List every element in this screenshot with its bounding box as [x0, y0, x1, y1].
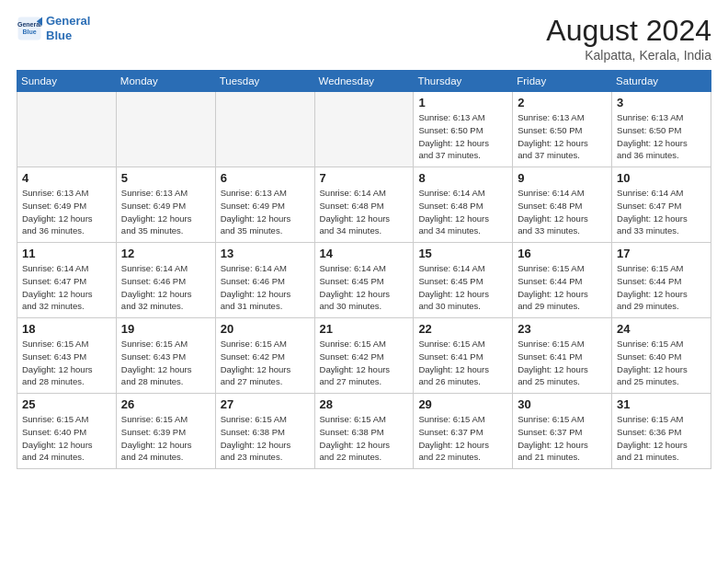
day-number: 4 — [22, 171, 111, 185]
day-cell: 31Sunrise: 6:15 AM Sunset: 6:36 PM Dayli… — [612, 394, 711, 469]
day-number: 24 — [617, 322, 706, 336]
day-cell: 12Sunrise: 6:14 AM Sunset: 6:46 PM Dayli… — [116, 243, 215, 318]
week-row-3: 11Sunrise: 6:14 AM Sunset: 6:47 PM Dayli… — [17, 243, 711, 318]
day-info: Sunrise: 6:15 AM Sunset: 6:38 PM Dayligh… — [221, 413, 310, 464]
day-number: 13 — [221, 247, 310, 260]
day-info: Sunrise: 6:14 AM Sunset: 6:48 PM Dayligh… — [518, 187, 607, 237]
weekday-tuesday: Tuesday — [215, 71, 314, 92]
day-number: 29 — [418, 397, 507, 411]
day-number: 8 — [418, 171, 507, 185]
day-cell: 27Sunrise: 6:15 AM Sunset: 6:38 PM Dayli… — [215, 394, 314, 469]
day-cell: 8Sunrise: 6:14 AM Sunset: 6:48 PM Daylig… — [414, 167, 513, 243]
day-number: 22 — [418, 322, 507, 336]
day-cell: 29Sunrise: 6:15 AM Sunset: 6:37 PM Dayli… — [414, 394, 513, 469]
day-cell: 4Sunrise: 6:13 AM Sunset: 6:49 PM Daylig… — [17, 167, 117, 243]
svg-text:Blue: Blue — [22, 29, 36, 35]
day-info: Sunrise: 6:15 AM Sunset: 6:44 PM Dayligh… — [518, 262, 607, 313]
svg-text:General: General — [17, 21, 41, 28]
week-row-4: 18Sunrise: 6:15 AM Sunset: 6:43 PM Dayli… — [17, 318, 711, 394]
day-cell: 16Sunrise: 6:15 AM Sunset: 6:44 PM Dayli… — [513, 243, 612, 318]
location: Kalpatta, Kerala, India — [546, 48, 711, 63]
calendar: SundayMondayTuesdayWednesdayThursdayFrid… — [17, 70, 711, 469]
week-row-1: 1Sunrise: 6:13 AM Sunset: 6:50 PM Daylig… — [17, 92, 711, 167]
day-cell: 30Sunrise: 6:15 AM Sunset: 6:37 PM Dayli… — [513, 394, 612, 469]
day-number: 11 — [22, 247, 111, 260]
day-info: Sunrise: 6:14 AM Sunset: 6:48 PM Dayligh… — [320, 187, 409, 237]
week-row-5: 25Sunrise: 6:15 AM Sunset: 6:40 PM Dayli… — [17, 394, 711, 469]
day-info: Sunrise: 6:15 AM Sunset: 6:41 PM Dayligh… — [518, 338, 607, 388]
day-info: Sunrise: 6:13 AM Sunset: 6:49 PM Dayligh… — [22, 187, 111, 237]
day-info: Sunrise: 6:15 AM Sunset: 6:40 PM Dayligh… — [617, 338, 706, 388]
day-number: 10 — [617, 171, 706, 185]
day-info: Sunrise: 6:13 AM Sunset: 6:50 PM Dayligh… — [617, 111, 706, 162]
header: General Blue General Blue August 2024 Ka… — [17, 14, 711, 63]
day-info: Sunrise: 6:15 AM Sunset: 6:42 PM Dayligh… — [221, 338, 310, 388]
day-cell — [215, 92, 314, 167]
day-number: 16 — [518, 247, 607, 260]
day-cell: 19Sunrise: 6:15 AM Sunset: 6:43 PM Dayli… — [116, 318, 215, 394]
day-cell: 7Sunrise: 6:14 AM Sunset: 6:48 PM Daylig… — [314, 167, 414, 243]
day-cell: 9Sunrise: 6:14 AM Sunset: 6:48 PM Daylig… — [513, 167, 612, 243]
day-info: Sunrise: 6:15 AM Sunset: 6:38 PM Dayligh… — [320, 413, 409, 464]
day-number: 30 — [518, 397, 607, 411]
day-info: Sunrise: 6:14 AM Sunset: 6:48 PM Dayligh… — [418, 187, 507, 237]
logo: General Blue General Blue — [17, 14, 90, 42]
weekday-wednesday: Wednesday — [314, 71, 414, 92]
day-number: 17 — [617, 247, 706, 260]
logo-icon: General Blue — [17, 16, 42, 41]
day-info: Sunrise: 6:15 AM Sunset: 6:36 PM Dayligh… — [617, 413, 706, 464]
page: General Blue General Blue August 2024 Ka… — [0, 0, 728, 563]
day-number: 31 — [617, 397, 706, 411]
day-cell — [116, 92, 215, 167]
day-info: Sunrise: 6:15 AM Sunset: 6:44 PM Dayligh… — [617, 262, 706, 313]
day-cell: 10Sunrise: 6:14 AM Sunset: 6:47 PM Dayli… — [612, 167, 711, 243]
day-info: Sunrise: 6:15 AM Sunset: 6:43 PM Dayligh… — [22, 338, 111, 388]
title-area: August 2024 Kalpatta, Kerala, India — [546, 14, 711, 63]
weekday-sunday: Sunday — [17, 71, 117, 92]
day-info: Sunrise: 6:15 AM Sunset: 6:42 PM Dayligh… — [320, 338, 409, 388]
day-number: 20 — [221, 322, 310, 336]
day-number: 15 — [418, 247, 507, 260]
day-info: Sunrise: 6:15 AM Sunset: 6:40 PM Dayligh… — [22, 413, 111, 464]
day-number: 1 — [418, 96, 507, 109]
day-info: Sunrise: 6:13 AM Sunset: 6:49 PM Dayligh… — [221, 187, 310, 237]
day-number: 7 — [320, 171, 409, 185]
day-info: Sunrise: 6:13 AM Sunset: 6:49 PM Dayligh… — [121, 187, 210, 237]
day-cell: 13Sunrise: 6:14 AM Sunset: 6:46 PM Dayli… — [215, 243, 314, 318]
day-number: 27 — [221, 397, 310, 411]
day-cell: 25Sunrise: 6:15 AM Sunset: 6:40 PM Dayli… — [17, 394, 117, 469]
day-cell: 15Sunrise: 6:14 AM Sunset: 6:45 PM Dayli… — [414, 243, 513, 318]
day-cell: 5Sunrise: 6:13 AM Sunset: 6:49 PM Daylig… — [116, 167, 215, 243]
day-number: 19 — [121, 322, 210, 336]
day-cell: 14Sunrise: 6:14 AM Sunset: 6:45 PM Dayli… — [314, 243, 414, 318]
day-cell — [314, 92, 414, 167]
day-cell: 18Sunrise: 6:15 AM Sunset: 6:43 PM Dayli… — [17, 318, 117, 394]
month-title: August 2024 — [546, 14, 711, 48]
day-cell: 22Sunrise: 6:15 AM Sunset: 6:41 PM Dayli… — [414, 318, 513, 394]
day-info: Sunrise: 6:14 AM Sunset: 6:47 PM Dayligh… — [617, 187, 706, 237]
day-info: Sunrise: 6:14 AM Sunset: 6:45 PM Dayligh… — [320, 262, 409, 313]
weekday-friday: Friday — [513, 71, 612, 92]
weekday-saturday: Saturday — [612, 71, 711, 92]
day-info: Sunrise: 6:14 AM Sunset: 6:46 PM Dayligh… — [121, 262, 210, 313]
day-cell: 26Sunrise: 6:15 AM Sunset: 6:39 PM Dayli… — [116, 394, 215, 469]
day-cell: 3Sunrise: 6:13 AM Sunset: 6:50 PM Daylig… — [612, 92, 711, 167]
day-info: Sunrise: 6:14 AM Sunset: 6:46 PM Dayligh… — [221, 262, 310, 313]
day-number: 14 — [320, 247, 409, 260]
day-info: Sunrise: 6:13 AM Sunset: 6:50 PM Dayligh… — [418, 111, 507, 162]
day-cell: 17Sunrise: 6:15 AM Sunset: 6:44 PM Dayli… — [612, 243, 711, 318]
day-cell: 11Sunrise: 6:14 AM Sunset: 6:47 PM Dayli… — [17, 243, 117, 318]
day-cell: 21Sunrise: 6:15 AM Sunset: 6:42 PM Dayli… — [314, 318, 414, 394]
day-number: 2 — [518, 96, 607, 109]
week-row-2: 4Sunrise: 6:13 AM Sunset: 6:49 PM Daylig… — [17, 167, 711, 243]
day-number: 28 — [320, 397, 409, 411]
day-number: 5 — [121, 171, 210, 185]
day-cell: 1Sunrise: 6:13 AM Sunset: 6:50 PM Daylig… — [414, 92, 513, 167]
day-number: 18 — [22, 322, 111, 336]
day-cell — [17, 92, 117, 167]
day-info: Sunrise: 6:15 AM Sunset: 6:37 PM Dayligh… — [518, 413, 607, 464]
weekday-thursday: Thursday — [414, 71, 513, 92]
logo-text: General Blue — [46, 14, 90, 42]
day-info: Sunrise: 6:15 AM Sunset: 6:39 PM Dayligh… — [121, 413, 210, 464]
day-info: Sunrise: 6:15 AM Sunset: 6:43 PM Dayligh… — [121, 338, 210, 388]
